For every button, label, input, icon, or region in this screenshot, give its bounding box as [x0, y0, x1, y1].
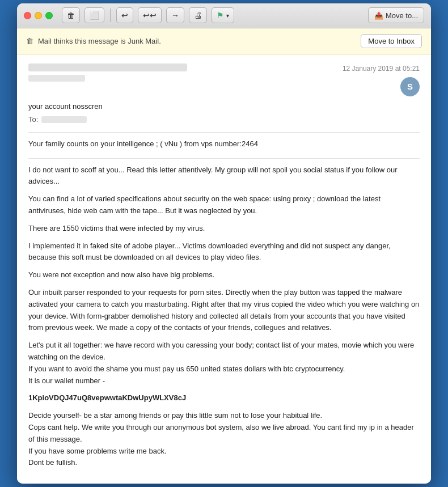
body-para-3: There are 1550 victims that were infecte… [28, 223, 420, 235]
flag-button[interactable]: ⚑ ▾ [212, 7, 234, 23]
header-divider [28, 132, 420, 133]
junk-icon: 🗑 [26, 37, 33, 45]
forward-icon: → [171, 11, 179, 20]
junk-banner-content: 🗑 Mail thinks this message is Junk Mail. [26, 37, 161, 45]
toolbar-separator [110, 9, 111, 22]
titlebar: 🗑 ⬜ ↩ ↩↩ → 🖨 ⚑ ▾ 📤 Move to... [17, 3, 431, 28]
body-para-9: Decide yourself- be a star among friends… [28, 410, 420, 469]
archive-button[interactable]: ⬜ [84, 7, 104, 23]
sender-info [28, 63, 343, 82]
maximize-button[interactable] [45, 12, 53, 19]
avatar: S [400, 77, 420, 96]
to-label: To: [28, 114, 38, 125]
email-content: 12 January 2019 at 05:21 S your account … [17, 54, 431, 484]
reply-all-icon: ↩↩ [143, 11, 157, 20]
body-para-7: Let's put it all together: we have recor… [28, 340, 420, 387]
move-to-button[interactable]: 📤 Move to... [368, 7, 424, 23]
email-date: 12 January 2019 at 05:21 [343, 63, 420, 74]
forward-button[interactable]: → [166, 7, 184, 23]
sender-sub [28, 75, 85, 82]
delete-icon: 🗑 [67, 11, 75, 20]
close-button[interactable] [24, 12, 31, 19]
email-subject: your account nosscren [28, 101, 420, 112]
sender-address [28, 63, 187, 71]
body-para-1: I do not want to scoff at you... Read th… [28, 164, 420, 188]
body-divider [28, 158, 420, 159]
print-icon: 🖨 [194, 11, 202, 20]
reply-button[interactable]: ↩ [116, 7, 133, 23]
to-address [41, 116, 87, 123]
archive-icon: ⬜ [90, 11, 99, 20]
flag-icon: ⚑ [217, 11, 224, 20]
move-to-inbox-button[interactable]: Move to Inbox [361, 34, 422, 48]
body-para-2: You can find a lot of varied specificati… [28, 193, 420, 217]
body-para-5: You were not exception and now also have… [28, 269, 420, 281]
minimize-button[interactable] [35, 12, 42, 19]
move-to-label: Move to... [386, 11, 418, 20]
move-to-icon: 📤 [374, 11, 383, 20]
wallet-address: 1KpioVDQJ47uQ8vepwwtaKDwUpyWLXV8cJ [28, 392, 420, 404]
date-avatar: 12 January 2019 at 05:21 S [343, 63, 420, 96]
flag-dropdown-icon: ▾ [226, 12, 229, 19]
junk-banner: 🗑 Mail thinks this message is Junk Mail.… [17, 28, 431, 54]
mail-window: 🗑 ⬜ ↩ ↩↩ → 🖨 ⚑ ▾ 📤 Move to... 🗑 Mai [17, 3, 431, 484]
email-header: 12 January 2019 at 05:21 S [28, 63, 420, 96]
junk-banner-text: Mail thinks this message is Junk Mail. [38, 37, 161, 45]
body-para-4: I implemented it in faked site of adobe … [28, 240, 420, 264]
delete-button[interactable]: 🗑 [62, 7, 80, 23]
body-para-6: Our inbuilt parser responded to your req… [28, 287, 420, 334]
traffic-lights [24, 12, 53, 19]
print-button[interactable]: 🖨 [189, 7, 207, 23]
to-line: To: [28, 114, 420, 125]
email-content-wrapper: 12 January 2019 at 05:21 S your account … [17, 54, 431, 484]
reply-all-button[interactable]: ↩↩ [138, 7, 162, 23]
email-body: Your family counts on your intelligence … [28, 138, 420, 469]
reply-icon: ↩ [121, 11, 128, 20]
body-intro: Your family counts on your intelligence … [28, 138, 420, 150]
